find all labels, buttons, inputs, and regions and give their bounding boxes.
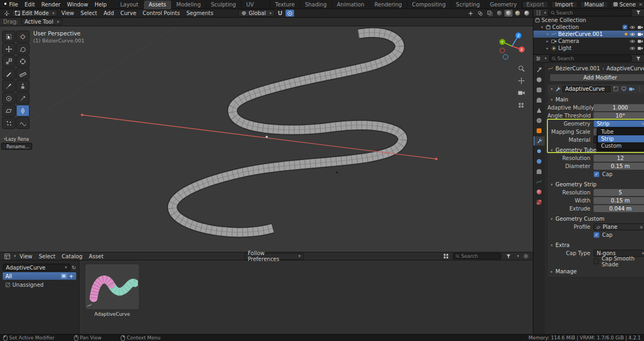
shading-wireframe-icon[interactable] [495,10,503,17]
tube-cap-checkbox[interactable]: ✓ [594,171,599,177]
gizmo-z-neg[interactable] [503,55,508,60]
pan-icon[interactable] [517,76,525,85]
expand-icon[interactable]: ▾ [540,25,544,30]
tab-modifiers[interactable] [533,136,545,146]
rename-button[interactable]: Rename... [1,143,32,150]
breadcrumb-object[interactable]: BézierCurve.001 [555,66,600,71]
outliner-search[interactable] [548,10,632,16]
menu-window[interactable]: Window [64,2,91,8]
rotate-tool[interactable] [16,43,30,55]
properties-search[interactable] [549,55,632,62]
cap-smooth-checkbox[interactable] [594,258,599,264]
tab-sculpting[interactable]: Sculpting [206,1,241,9]
eye-icon[interactable] [630,32,635,37]
show-gizmo-icon[interactable] [466,10,475,17]
smooth-tool[interactable] [16,117,30,129]
tab-rendering[interactable]: Rendering [370,1,407,9]
catalog-refresh-icon[interactable]: ↻ [72,265,76,271]
strip-extrude-field[interactable]: 0.044 m [594,205,644,212]
measure-tool[interactable] [16,68,30,79]
render-visibility-icon[interactable] [638,46,643,50]
eye-icon[interactable] [630,46,635,50]
display-render-toggle[interactable] [628,87,635,91]
zoom-icon[interactable] [517,64,525,72]
tab-tool[interactable] [533,65,545,74]
control-point[interactable] [266,136,268,139]
editor-type-button[interactable] [2,10,11,17]
asset-search[interactable] [453,253,501,259]
tab-material[interactable] [533,187,545,197]
angle-threshold-field[interactable]: 10° [594,112,644,119]
menu-file[interactable]: File [6,2,21,8]
active-tool-selector[interactable]: Active Tool ▾ [21,18,62,25]
tab-object[interactable] [533,126,545,135]
annotate-tool[interactable] [2,68,16,79]
eye-icon[interactable] [630,25,635,30]
menu-option-custom[interactable]: Custom [598,142,644,149]
outliner-row-beziercurve[interactable]: ▾ BézierCurve.001 [533,31,644,38]
expand-icon[interactable]: ▾ [550,87,554,91]
section-manage[interactable]: ▸ Manage [547,267,644,275]
tab-object-data[interactable] [533,177,545,186]
shading-material-icon[interactable] [514,10,522,17]
library-selector[interactable]: Follow Preferences ▾ [245,253,304,260]
menu-add[interactable]: Add [101,10,116,16]
eye-icon[interactable] [630,39,635,43]
scene-selector[interactable]: Scene × [611,1,644,8]
render-visibility-icon[interactable] [638,25,643,30]
tab-animation[interactable]: Animation [332,1,370,9]
menu-option-strip[interactable]: Strip [598,135,644,142]
properties-editor-icon[interactable] [536,56,541,61]
tab-texture[interactable] [533,198,545,207]
unlink-scene-icon[interactable]: × [638,2,644,7]
menu-edit[interactable]: Edit [21,2,38,8]
tab-scripting[interactable]: Scripting [451,1,485,9]
manual-button[interactable]: Manual [580,1,608,8]
modifier-header[interactable]: ▾ AdaptiveCurve ⋮ × [547,84,644,93]
orientation-selector[interactable]: Global ▾ [238,10,274,17]
navigation-gizmo[interactable]: Z Y X [496,31,528,62]
tab-compositing[interactable]: Compositing [407,1,451,9]
gizmo-x-neg[interactable] [500,48,505,53]
draw-tool[interactable] [2,80,16,92]
tab-view-layer[interactable] [533,96,545,105]
asset-thumbnail[interactable] [85,264,140,310]
tab-texture-paint[interactable]: Texture Paint [270,1,301,9]
section-geometry-strip[interactable]: ▾ Geometry Strip [547,180,644,188]
filter-icon[interactable] [504,253,513,260]
editor-type-button[interactable] [3,253,11,260]
tube-resolution-field[interactable]: 12 [594,155,644,162]
menu-view[interactable]: View [17,253,35,259]
randomize-tool[interactable] [2,117,16,129]
import-button[interactable]: Import [551,1,577,8]
menu-option-tube[interactable]: Tube [598,128,644,135]
catalog-field[interactable]: AdaptiveCurve ▾ [3,264,70,271]
expand-icon[interactable]: ▸ [545,46,550,50]
clear-profile-icon[interactable]: × [638,224,644,230]
add-modifier-button[interactable]: Add Modifier [550,74,644,82]
tab-scene[interactable] [533,106,545,115]
lazy-rena-header[interactable]: ▾ Lazy Rena [1,135,32,143]
expand-icon[interactable]: ▾ [545,32,550,37]
display-editmode-toggle[interactable] [612,86,619,91]
menu-help[interactable]: Help [91,2,110,8]
camera-view-icon[interactable] [517,89,525,97]
filter-icon[interactable] [634,9,642,16]
display-size-icon[interactable] [442,253,450,260]
geometry-dropdown[interactable]: Strip ▾ [594,120,644,127]
mode-selector[interactable]: Edit Mode ▾ [12,10,57,17]
expand-icon[interactable]: ▸ [545,39,550,43]
3d-viewport[interactable]: User Perspective (1) BézierCurve.001 [0,26,533,252]
move-tool[interactable] [2,43,16,55]
catalog-item-unassigned[interactable]: Unassigned [3,281,76,288]
profile-object-field[interactable]: Plane × [594,223,644,230]
properties-search-input[interactable] [558,56,595,61]
menu-catalog[interactable]: Catalog [59,253,85,259]
catalog-add-icon[interactable]: + [69,273,74,279]
asset-card[interactable]: AdaptiveCurve [85,264,140,317]
menu-select[interactable]: Select [36,253,58,259]
outliner-row-light[interactable]: ▸ Light [533,45,644,52]
collection-checkbox[interactable]: ✓ [623,25,627,30]
extrude-tool[interactable] [16,80,30,92]
catalog-item-all[interactable]: All ▤ + [3,272,76,280]
